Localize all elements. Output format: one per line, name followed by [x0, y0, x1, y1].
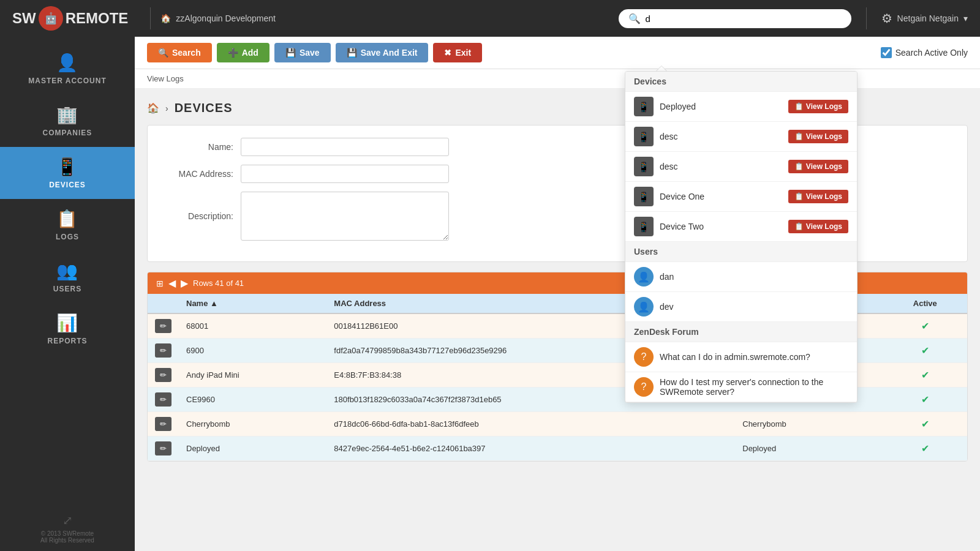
mac-input[interactable] — [241, 165, 449, 183]
exit-button[interactable]: ✖ Exit — [433, 43, 482, 62]
device-icon-1: 📱 — [634, 127, 654, 146]
zendesk-icon-1: ? — [634, 377, 654, 397]
sidebar-label-logs: LOGS — [56, 233, 79, 241]
search-bar: 🔍 — [619, 9, 851, 28]
user-area[interactable]: ⚙ Netgain Netgain ▾ — [881, 11, 968, 26]
logo: SW 🤖 REMOTE — [12, 6, 128, 31]
view-logs-btn-0[interactable]: 📋 View Logs — [788, 100, 848, 113]
device-name-2: desc — [660, 162, 782, 171]
device-name-4: Device Two — [660, 222, 782, 231]
sidebar-item-reports[interactable]: 📊 REPORTS — [0, 303, 135, 355]
dropdown-zendesk-1[interactable]: ? How do I test my server's connection t… — [625, 372, 857, 402]
cell-name-4: Cherrybomb — [179, 412, 326, 437]
device-name-3: Device One — [660, 192, 782, 201]
sidebar-item-companies[interactable]: 🏢 COMPANIES — [0, 95, 135, 147]
cell-mac-4: d718dc06-66bd-6dfa-bab1-8ac13f6dfeeb — [326, 412, 735, 437]
sidebar-item-users[interactable]: 👥 USERS — [0, 251, 135, 303]
save-button[interactable]: 💾 Save — [274, 43, 331, 62]
logo-sw: SW — [12, 10, 36, 27]
dropdown-zendesk-header: ZenDesk Forum — [625, 322, 857, 342]
add-button[interactable]: ➕ Add — [217, 43, 270, 62]
save-exit-btn-label: Save And Exit — [361, 48, 418, 58]
device-name-1: desc — [660, 132, 782, 141]
search-button[interactable]: 🔍 Search — [147, 43, 212, 62]
logo-remote: REMOTE — [66, 10, 129, 27]
devices-icon: 📱 — [56, 157, 78, 177]
sidebar: 👤 MASTER ACCOUNT 🏢 COMPANIES 📱 DEVICES 📋… — [0, 37, 135, 551]
table-next-icon[interactable]: ▶ — [181, 277, 188, 289]
users-icon: 👥 — [56, 261, 78, 281]
dropdown-zendesk-0[interactable]: ? What can I do in admin.swremote.com? — [625, 342, 857, 372]
edit-btn-3[interactable]: ✏ — [155, 392, 172, 407]
user-name-1: dev — [660, 302, 848, 312]
col-name[interactable]: Name ▲ — [179, 294, 326, 313]
cell-label-5: Deployed — [735, 437, 883, 461]
view-logs-btn-1[interactable]: 📋 View Logs — [788, 130, 848, 143]
zendesk-question-1: How do I test my server's connection to … — [660, 377, 848, 397]
search-icon: 🔍 — [628, 13, 641, 24]
search-active-text: Search Active Only — [895, 48, 968, 58]
top-divider-1 — [150, 7, 151, 29]
sidebar-item-devices[interactable]: 📱 DEVICES — [0, 147, 135, 199]
user-name-0: dan — [660, 272, 848, 282]
sidebar-label-master-account: MASTER ACCOUNT — [28, 77, 107, 85]
dropdown-device-0[interactable]: 📱 Deployed 📋 View Logs — [625, 92, 857, 122]
dropdown-device-1[interactable]: 📱 desc 📋 View Logs — [625, 122, 857, 152]
edit-btn-1[interactable]: ✏ — [155, 343, 172, 358]
page-home-icon: 🏠 — [147, 102, 159, 114]
mac-label: MAC Address: — [166, 169, 233, 179]
table-export-icon[interactable]: ⊞ — [156, 279, 164, 288]
rights: All Rights Reserved — [40, 537, 94, 544]
dropdown-user-0[interactable]: 👤 dan — [625, 262, 857, 292]
device-icon-0: 📱 — [634, 97, 654, 116]
edit-btn-5[interactable]: ✏ — [155, 441, 172, 455]
sidebar-item-logs[interactable]: 📋 LOGS — [0, 199, 135, 251]
edit-btn-4[interactable]: ✏ — [155, 417, 172, 431]
active-icon-3: ✔ — [921, 394, 929, 405]
gear-icon: ⚙ — [881, 11, 892, 26]
cell-name-5: Deployed — [179, 437, 326, 461]
user-dropdown-icon: ▾ — [963, 13, 968, 23]
table-row: ✏ Cherrybomb d718dc06-66bd-6dfa-bab1-8ac… — [148, 412, 967, 437]
edit-btn-2[interactable]: ✏ — [155, 368, 172, 382]
global-search-input[interactable] — [646, 13, 842, 24]
expand-icon[interactable]: ⤢ — [40, 513, 94, 528]
edit-btn-0[interactable]: ✏ — [155, 319, 172, 333]
search-bar-container: 🔍 ⚙ Netgain Netgain ▾ — [619, 7, 968, 29]
save-btn-icon: 💾 — [285, 48, 296, 58]
view-logs-btn-2[interactable]: 📋 View Logs — [788, 160, 848, 173]
content-area: 🔍 Search ➕ Add 💾 Save 💾 Save And Exit ✖ … — [135, 37, 980, 551]
dropdown-user-1[interactable]: 👤 dev — [625, 292, 857, 322]
sidebar-label-companies: COMPANIES — [43, 129, 92, 137]
desc-label: Description: — [166, 211, 233, 221]
sidebar-label-reports: REPORTS — [47, 337, 87, 345]
sidebar-label-users: USERS — [53, 285, 81, 293]
company-nav[interactable]: 🏠 zzAlgonquin Development — [160, 13, 276, 23]
dropdown-device-2[interactable]: 📱 desc 📋 View Logs — [625, 152, 857, 182]
save-and-exit-button[interactable]: 💾 Save And Exit — [336, 43, 429, 62]
dropdown-device-4[interactable]: 📱 Device Two 📋 View Logs — [625, 212, 857, 242]
log-icon-0: 📋 — [794, 102, 804, 111]
desc-textarea[interactable] — [241, 192, 449, 241]
table-row: ✏ Deployed 8427e9ec-2564-4e51-b6e2-c1240… — [148, 437, 967, 461]
sidebar-item-master-account[interactable]: 👤 MASTER ACCOUNT — [0, 43, 135, 95]
save-btn-label: Save — [300, 48, 320, 58]
cell-name-3: CE9960 — [179, 388, 326, 412]
search-active-checkbox[interactable] — [881, 47, 892, 58]
master-account-icon: 👤 — [56, 53, 78, 73]
page-title: DEVICES — [175, 101, 233, 115]
user-avatar-1: 👤 — [634, 297, 654, 317]
dropdown-devices-header: Devices — [625, 72, 857, 92]
top-divider-2 — [866, 7, 867, 29]
search-active-label[interactable]: Search Active Only — [881, 47, 968, 58]
dropdown-device-3[interactable]: 📱 Device One 📋 View Logs — [625, 182, 857, 212]
cell-name-2: Andy iPad Mini — [179, 363, 326, 388]
view-logs-btn-4[interactable]: 📋 View Logs — [788, 220, 848, 233]
name-label: Name: — [166, 142, 233, 152]
table-prev-icon[interactable]: ◀ — [168, 277, 176, 289]
search-btn-icon: 🔍 — [158, 48, 168, 58]
view-logs-btn-3[interactable]: 📋 View Logs — [788, 190, 848, 203]
device-icon-4: 📱 — [634, 217, 654, 236]
name-input[interactable] — [241, 138, 449, 156]
company-name: zzAlgonquin Development — [176, 13, 276, 23]
